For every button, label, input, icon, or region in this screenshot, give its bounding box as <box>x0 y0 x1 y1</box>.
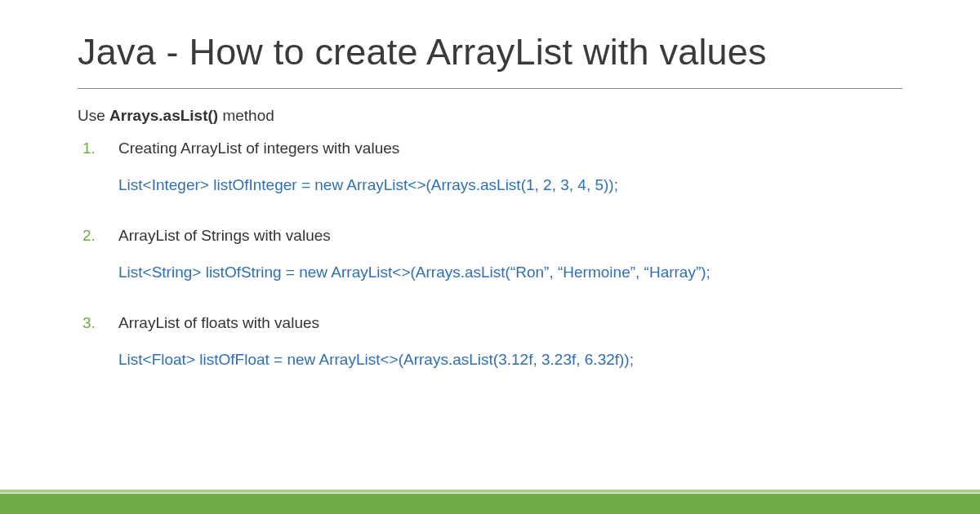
intro-method: Arrays.asList() <box>109 107 218 124</box>
example-code: List<Float> listOfFloat = new ArrayList<… <box>118 349 902 371</box>
page-title: Java - How to create ArrayList with valu… <box>78 31 902 89</box>
example-label: ArrayList of Strings with values <box>118 225 902 247</box>
intro-prefix: Use <box>78 107 109 124</box>
examples-list: Creating ArrayList of integers with valu… <box>78 138 902 371</box>
footer-accent-bar <box>0 494 980 514</box>
example-label: ArrayList of floats with values <box>118 312 902 335</box>
intro-suffix: method <box>218 107 274 124</box>
slide-content: Java - How to create ArrayList with valu… <box>0 0 980 371</box>
example-code: List<String> listOfString = new ArrayLis… <box>118 262 902 284</box>
list-item: Creating ArrayList of integers with valu… <box>78 138 902 196</box>
list-item: ArrayList of floats with values List<Flo… <box>78 312 902 370</box>
intro-text: Use Arrays.asList() method <box>78 107 902 125</box>
list-item: ArrayList of Strings with values List<St… <box>78 225 902 283</box>
example-code: List<Integer> listOfInteger = new ArrayL… <box>118 175 902 197</box>
example-label: Creating ArrayList of integers with valu… <box>118 138 902 160</box>
